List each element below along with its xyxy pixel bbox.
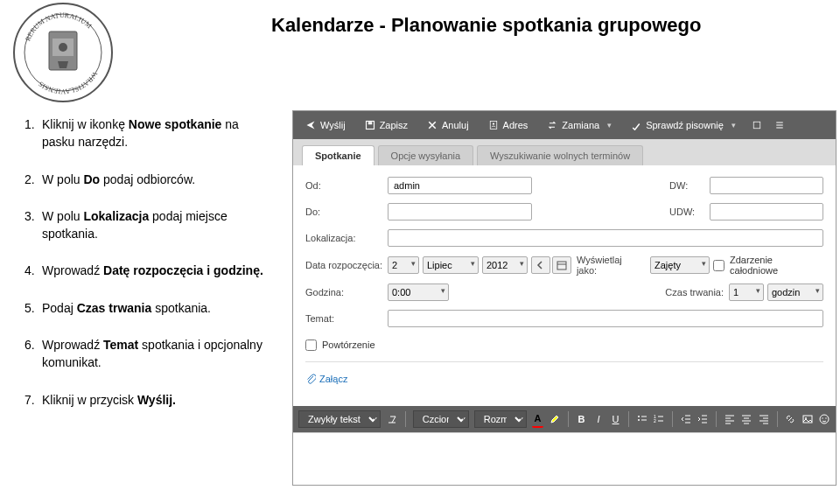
time-select[interactable]: 0:00 (388, 284, 449, 301)
meeting-editor-window: Wyślij Zapisz Anuluj Adres Zamiana▾ Spra… (292, 110, 836, 486)
location-label: Lokalizacja: (305, 233, 388, 243)
clear-format-button[interactable] (386, 410, 398, 428)
bold-button[interactable]: B (576, 410, 588, 428)
link-button[interactable] (784, 410, 796, 428)
italic-button[interactable]: I (592, 410, 605, 428)
spellcheck-button[interactable]: Sprawdź pisownię▾ (622, 116, 745, 134)
from-label: Od: (305, 180, 388, 191)
udw-label: UDW: (669, 206, 704, 217)
align-center-button[interactable] (740, 410, 752, 428)
clear-icon (386, 413, 398, 425)
align-right-button[interactable] (758, 410, 770, 428)
location-input[interactable] (388, 229, 823, 247)
step-text: Wprowadź Datę rozpoczęcia i godzinę. (42, 262, 263, 279)
subject-input[interactable] (388, 310, 823, 327)
cancel-button[interactable]: Anuluj (418, 116, 478, 134)
paperclip-icon (305, 374, 316, 384)
page-title: Kalendarze - Planowanie spotkania grupow… (271, 14, 701, 37)
tab-meeting[interactable]: Spotkanie (302, 145, 374, 165)
to-input[interactable] (388, 203, 532, 220)
smiley-icon (819, 414, 830, 424)
address-button[interactable]: Adres (480, 116, 537, 134)
day-select[interactable]: 2 (388, 256, 419, 274)
svg-rect-17 (803, 416, 812, 423)
time-label: Godzina: (305, 287, 388, 298)
outdent-button[interactable] (680, 410, 692, 428)
align-left-button[interactable] (724, 410, 736, 428)
step-text: Podaj Czas trwania spotkania. (42, 299, 211, 317)
svg-point-19 (820, 415, 829, 424)
step-text: Wprowadź Temat spotkania i opcjonalny ko… (42, 336, 270, 372)
svg-text:WRATISLAVIENSIS: WRATISLAVIENSIS (37, 70, 99, 95)
link-icon (785, 414, 795, 424)
showas-select[interactable]: Zajęty (650, 256, 710, 274)
bullet-list-button[interactable] (636, 410, 648, 428)
text-style-select[interactable]: Zwykły tekst (298, 410, 381, 428)
allday-checkbox[interactable] (713, 260, 724, 271)
close-icon (427, 120, 438, 130)
spellcheck-icon (631, 120, 641, 130)
smiley-button[interactable] (818, 410, 830, 428)
font-color-button[interactable]: A (532, 410, 544, 428)
main-toolbar: Wyślij Zapisz Anuluj Adres Zamiana▾ Spra… (293, 111, 836, 139)
svg-text:2: 2 (654, 418, 656, 424)
swap-button[interactable]: Zamiana▾ (538, 116, 620, 134)
step-text: W polu Lokalizacja podaj miejsce spotkan… (42, 207, 270, 243)
send-icon (305, 120, 316, 130)
chevron-left-icon (536, 261, 545, 270)
svg-point-10 (492, 122, 494, 124)
align-center-icon (741, 414, 752, 424)
from-input[interactable] (388, 177, 532, 194)
attach-button[interactable]: Załącz (305, 374, 347, 384)
dw-input[interactable] (710, 177, 823, 194)
duration-unit-select[interactable]: godzin (767, 284, 823, 301)
svg-point-14 (638, 419, 640, 421)
divider (305, 361, 823, 362)
format-toolbar: Zwykły tekst Czcionka Rozmiar A B I U 12 (293, 406, 836, 432)
month-select[interactable]: Lipiec (423, 256, 479, 274)
meeting-form: Od: DW: Do: UDW: Lokalizacja: Data rozpo… (293, 165, 836, 406)
message-editor[interactable] (293, 432, 836, 485)
swap-icon (547, 120, 557, 130)
send-button[interactable]: Wyślij (297, 116, 354, 134)
highlight-icon (550, 414, 560, 424)
instructions-list: 1.Kliknij w ikonkę Nowe spotkanie na pas… (24, 116, 270, 428)
extra-button-2[interactable] (769, 116, 790, 134)
number-list-button[interactable]: 12 (654, 410, 666, 428)
save-button[interactable]: Zapisz (356, 116, 416, 134)
extra-button-1[interactable] (746, 116, 767, 134)
number-list-icon: 12 (654, 414, 664, 424)
indent-button[interactable] (697, 410, 710, 428)
tab-free-busy[interactable]: Wyszukiwanie wolnych terminów (477, 145, 643, 165)
showas-label: Wyświetlaj jako: (577, 255, 645, 276)
svg-rect-11 (753, 122, 760, 129)
repeat-checkbox[interactable] (305, 340, 317, 351)
list-icon (774, 120, 785, 130)
outdent-icon (681, 414, 691, 424)
image-icon (802, 414, 813, 424)
image-button[interactable] (802, 410, 814, 428)
to-label: Do: (305, 206, 388, 217)
addressbook-icon (488, 120, 499, 130)
svg-rect-12 (557, 262, 566, 270)
year-select[interactable]: 2012 (482, 256, 528, 274)
step-text: W polu Do podaj odbiorców. (42, 171, 195, 188)
subject-label: Temat: (305, 313, 388, 324)
size-select[interactable]: Rozmiar (474, 410, 527, 428)
prev-date-button[interactable] (531, 256, 550, 274)
calendar-picker-button[interactable] (552, 256, 571, 274)
align-right-icon (759, 414, 769, 424)
duration-value-select[interactable]: 1 (729, 284, 764, 301)
svg-rect-8 (368, 122, 372, 124)
align-left-icon (724, 414, 735, 424)
tab-send-options[interactable]: Opcje wysyłania (378, 145, 473, 165)
underline-button[interactable]: U (610, 410, 622, 428)
font-select[interactable]: Czcionka (413, 410, 469, 428)
repeat-label: Powtórzenie (322, 340, 375, 350)
step-text: Kliknij w ikonkę Nowe spotkanie na pasku… (42, 116, 270, 151)
save-icon (365, 120, 375, 130)
highlight-button[interactable] (549, 410, 561, 428)
svg-rect-9 (490, 122, 497, 130)
duration-label: Czas trwania: (665, 287, 724, 298)
udw-input[interactable] (710, 203, 823, 220)
